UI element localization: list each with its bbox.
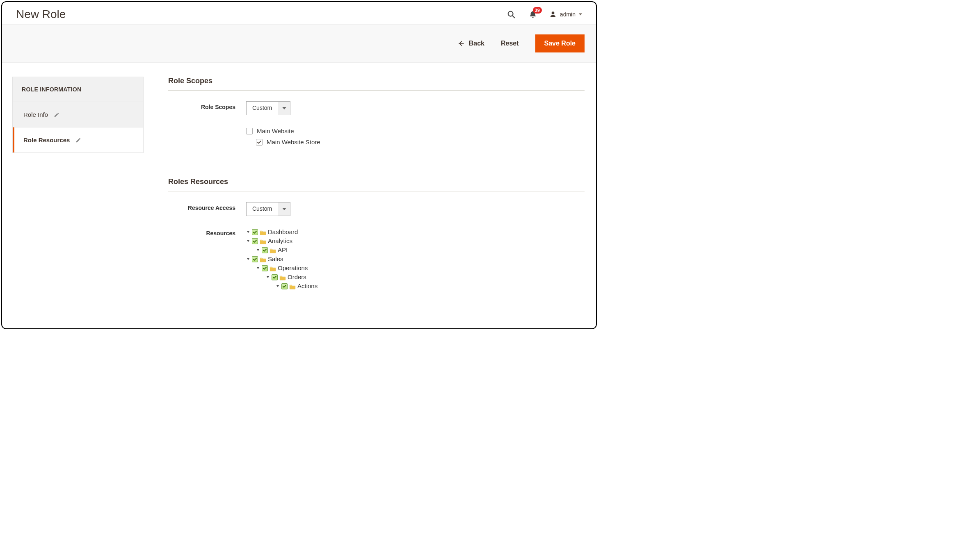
notifications-icon[interactable]: 39 — [528, 9, 538, 19]
section-roles-resources-title: Roles Resources — [168, 177, 585, 191]
tree-toggle-icon[interactable] — [246, 239, 250, 243]
arrow-left-icon — [457, 40, 465, 47]
user-icon — [549, 11, 557, 18]
admin-account-dropdown[interactable]: admin — [549, 11, 582, 18]
tree-node-dashboard[interactable]: Dashboard — [268, 228, 298, 237]
pencil-icon — [75, 137, 81, 143]
main-website-store-label: Main Website Store — [267, 139, 320, 146]
tree-checkbox[interactable] — [252, 229, 258, 235]
tab-role-info-label: Role Info — [23, 111, 48, 118]
notifications-badge: 39 — [533, 7, 542, 14]
folder-icon — [270, 265, 276, 271]
main-website-checkbox[interactable] — [246, 128, 253, 134]
reset-button[interactable]: Reset — [501, 40, 519, 47]
folder-icon — [270, 247, 276, 253]
tree-node-sales[interactable]: Sales — [268, 255, 283, 264]
tree-checkbox[interactable] — [252, 238, 258, 244]
role-scopes-label: Role Scopes — [168, 101, 246, 110]
tree-toggle-icon[interactable] — [246, 230, 250, 234]
resource-access-value: Custom — [247, 202, 278, 216]
role-scopes-select[interactable]: Custom — [246, 101, 290, 115]
page-title: New Role — [16, 8, 66, 21]
back-button[interactable]: Back — [457, 40, 484, 47]
main-website-label: Main Website — [257, 127, 294, 134]
tree-node-analytics[interactable]: Analytics — [268, 237, 292, 246]
tree-checkbox[interactable] — [262, 265, 268, 271]
tab-role-resources[interactable]: Role Resources — [13, 127, 143, 152]
role-info-heading: ROLE INFORMATION — [13, 77, 143, 102]
tree-toggle-icon[interactable] — [276, 284, 280, 288]
resources-tree: Dashboard Analytics — [246, 228, 585, 291]
main-website-store-checkbox[interactable] — [256, 139, 263, 146]
tree-checkbox[interactable] — [272, 274, 278, 280]
role-info-tabs: ROLE INFORMATION Role Info Role Resource… — [12, 77, 144, 153]
resource-access-label: Resource Access — [168, 202, 246, 211]
pencil-icon — [54, 112, 59, 118]
folder-icon — [279, 274, 286, 280]
resource-access-select[interactable]: Custom — [246, 202, 290, 216]
tree-toggle-icon[interactable] — [246, 257, 250, 261]
save-role-button[interactable]: Save Role — [535, 34, 585, 52]
tree-node-orders[interactable]: Orders — [288, 273, 306, 282]
resources-tree-label: Resources — [168, 228, 246, 237]
caret-down-icon — [278, 202, 290, 216]
folder-icon — [260, 238, 266, 244]
tree-toggle-icon[interactable] — [256, 266, 260, 270]
tree-checkbox[interactable] — [281, 283, 288, 289]
tree-node-actions[interactable]: Actions — [297, 282, 318, 291]
folder-icon — [289, 283, 296, 289]
folder-icon — [260, 229, 266, 235]
role-scopes-value: Custom — [247, 102, 278, 115]
tree-node-operations[interactable]: Operations — [278, 264, 308, 273]
caret-down-icon — [579, 12, 582, 17]
admin-user-label: admin — [560, 11, 576, 18]
tab-role-resources-label: Role Resources — [23, 136, 70, 143]
back-label: Back — [469, 40, 484, 47]
folder-icon — [260, 256, 266, 262]
caret-down-icon — [278, 102, 290, 115]
tab-role-info[interactable]: Role Info — [13, 102, 143, 127]
tree-node-api[interactable]: API — [278, 246, 288, 255]
action-bar: Back Reset Save Role — [2, 24, 596, 63]
tree-toggle-icon[interactable] — [256, 248, 260, 252]
search-icon[interactable] — [506, 9, 516, 20]
tree-toggle-icon[interactable] — [266, 275, 270, 279]
tree-checkbox[interactable] — [262, 247, 268, 253]
tree-checkbox[interactable] — [252, 256, 258, 262]
section-role-scopes-title: Role Scopes — [168, 77, 585, 91]
